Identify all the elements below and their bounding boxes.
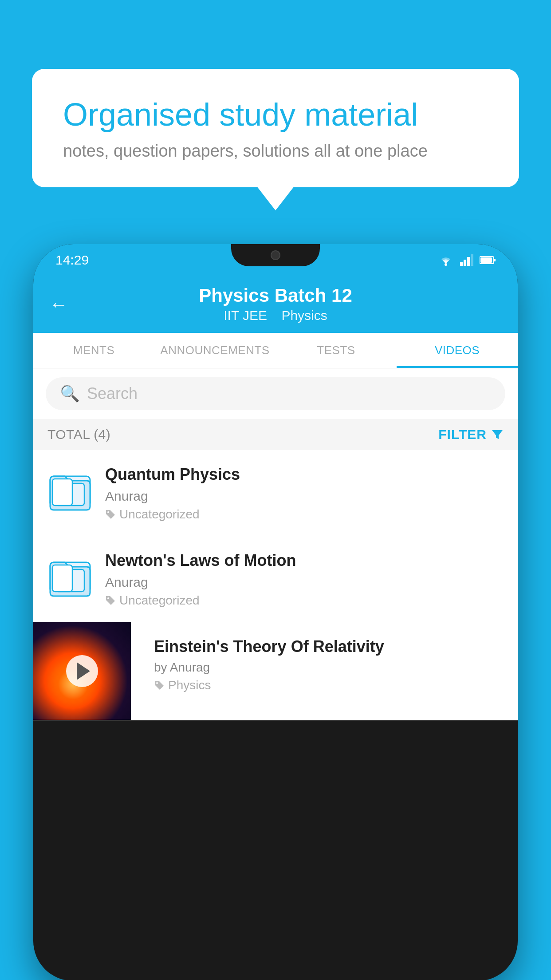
play-button[interactable]	[66, 655, 98, 687]
status-time: 14:29	[55, 253, 89, 268]
wifi-icon	[438, 254, 454, 266]
tag-label: Uncategorized	[119, 507, 200, 522]
speech-bubble: Organised study material notes, question…	[32, 69, 519, 187]
tab-ments[interactable]: MENTS	[33, 333, 154, 368]
status-icons	[438, 254, 496, 266]
svg-rect-10	[52, 479, 72, 506]
svg-rect-3	[467, 257, 470, 266]
search-box[interactable]: 🔍 Search	[46, 377, 505, 410]
camera-dot	[271, 250, 280, 260]
filter-bar: TOTAL (4) FILTER	[33, 419, 518, 450]
video-info-einstein: Einstein's Theory Of Relativity by Anura…	[142, 622, 518, 720]
tag-icon	[105, 595, 116, 606]
video-info-newton: Newton's Laws of Motion Anurag Uncategor…	[105, 550, 505, 608]
video-thumb-newton	[46, 550, 94, 599]
svg-rect-7	[480, 257, 492, 263]
tabs-bar: MENTS ANNOUNCEMENTS TESTS VIDEOS	[33, 333, 518, 368]
filter-button[interactable]: FILTER	[438, 427, 504, 442]
list-item[interactable]: Quantum Physics Anurag Uncategorized	[33, 450, 518, 536]
search-icon: 🔍	[60, 384, 80, 403]
video-author: by Anurag	[154, 660, 505, 675]
video-thumbnail-einstein	[33, 622, 131, 720]
tag-icon	[105, 509, 116, 520]
play-triangle-icon	[77, 662, 90, 680]
video-author: Anurag	[105, 489, 505, 504]
phone-frame: 14:29 ← Ph	[33, 244, 518, 980]
svg-rect-1	[460, 262, 463, 266]
subtitle-part1: IIT JEE	[224, 308, 267, 323]
svg-point-11	[107, 511, 109, 513]
filter-label: FILTER	[438, 427, 487, 442]
video-thumb-quantum	[46, 464, 94, 513]
svg-point-0	[445, 263, 447, 266]
tag-icon	[154, 680, 165, 691]
video-title: Einstein's Theory Of Relativity	[154, 636, 505, 657]
svg-rect-4	[471, 254, 473, 266]
video-list: Quantum Physics Anurag Uncategorized	[33, 450, 518, 720]
tag-label: Uncategorized	[119, 593, 200, 608]
app-title: Physics Batch 12	[51, 285, 500, 306]
svg-point-16	[156, 682, 158, 684]
video-tag: Uncategorized	[105, 593, 505, 608]
search-placeholder: Search	[87, 384, 138, 403]
signal-icon	[460, 254, 473, 266]
speech-bubble-container: Organised study material notes, question…	[32, 69, 519, 187]
svg-point-15	[107, 597, 109, 599]
video-author: Anurag	[105, 575, 505, 590]
svg-rect-6	[494, 259, 496, 261]
battery-icon	[480, 256, 496, 265]
video-tag: Physics	[154, 678, 505, 692]
folder-icon	[48, 466, 92, 511]
app-header: ← Physics Batch 12 IIT JEE Physics	[33, 276, 518, 333]
video-tag: Uncategorized	[105, 507, 505, 522]
filter-icon	[491, 428, 504, 441]
tab-videos[interactable]: VIDEOS	[397, 333, 518, 368]
bubble-title: Organised study material	[63, 95, 488, 134]
video-title: Quantum Physics	[105, 464, 505, 485]
total-count: TOTAL (4)	[47, 427, 110, 442]
list-item[interactable]: Einstein's Theory Of Relativity by Anura…	[33, 622, 518, 720]
search-container: 🔍 Search	[33, 368, 518, 419]
video-title: Newton's Laws of Motion	[105, 550, 505, 571]
subtitle-part2: Physics	[281, 308, 327, 323]
tab-announcements[interactable]: ANNOUNCEMENTS	[154, 333, 276, 368]
video-info-quantum: Quantum Physics Anurag Uncategorized	[105, 464, 505, 522]
tab-tests[interactable]: TESTS	[276, 333, 397, 368]
status-bar: 14:29	[33, 244, 518, 276]
bubble-subtitle: notes, question papers, solutions all at…	[63, 142, 488, 161]
folder-icon	[48, 553, 92, 597]
list-item[interactable]: Newton's Laws of Motion Anurag Uncategor…	[33, 536, 518, 622]
svg-rect-14	[52, 565, 72, 592]
notch	[231, 244, 320, 266]
svg-rect-2	[464, 260, 466, 266]
tag-label: Physics	[168, 678, 211, 692]
app-subtitle: IIT JEE Physics	[51, 308, 500, 323]
back-button[interactable]: ←	[49, 294, 68, 315]
